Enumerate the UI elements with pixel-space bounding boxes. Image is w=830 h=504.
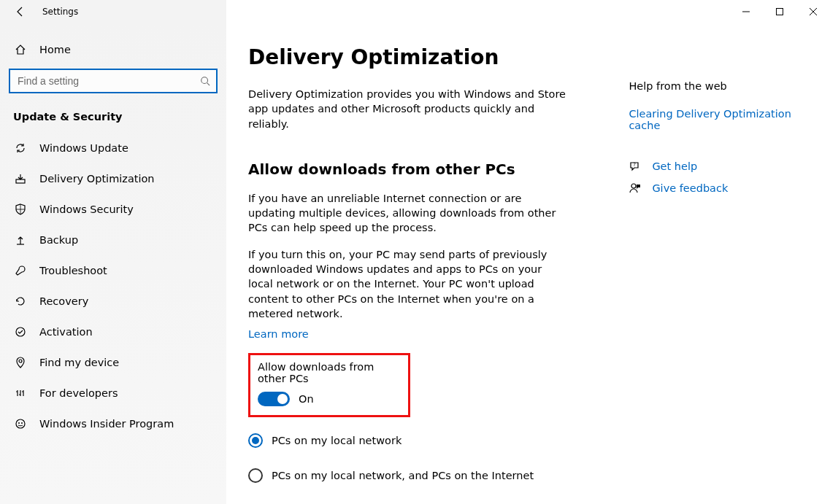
insider-icon [13, 418, 28, 430]
sidebar-item-label: For developers [39, 387, 118, 399]
developers-icon [13, 387, 28, 399]
sidebar-nav: Windows Update Delivery Optimization Win… [0, 133, 226, 439]
minimize-button[interactable] [729, 0, 763, 23]
svg-point-6 [18, 422, 20, 424]
sidebar-item-label: Recovery [39, 295, 88, 307]
sidebar-home[interactable]: Home [0, 36, 226, 63]
allow-downloads-toggle[interactable] [258, 392, 290, 406]
sidebar-item-troubleshoot[interactable]: Troubleshoot [0, 255, 226, 286]
main-content: Delivery Optimization Delivery Optimizat… [248, 38, 593, 489]
get-help-label: Get help [652, 160, 697, 172]
svg-point-1 [201, 77, 208, 84]
radio-icon [248, 468, 263, 483]
search-icon [200, 76, 210, 86]
window-title: Settings [42, 7, 78, 17]
sidebar-item-label: Delivery Optimization [39, 173, 155, 185]
page-title: Delivery Optimization [248, 45, 593, 69]
sidebar-section-title: Update & Security [0, 106, 226, 133]
get-help-link[interactable]: ? Get help [629, 160, 815, 172]
shield-icon [13, 203, 28, 215]
refresh-icon [13, 142, 28, 154]
radio-label: PCs on my local network [272, 435, 401, 446]
sidebar-item-backup[interactable]: Backup [0, 225, 226, 255]
svg-point-4 [19, 360, 22, 363]
troubleshoot-icon [13, 265, 28, 276]
radio-local-network[interactable]: PCs on my local network [248, 433, 593, 448]
give-feedback-label: Give feedback [652, 182, 728, 194]
radio-icon [248, 433, 263, 448]
sidebar-item-label: Windows Insider Program [39, 418, 174, 430]
sidebar-item-delivery-optimization[interactable]: Delivery Optimization [0, 163, 226, 194]
sidebar-item-windows-security[interactable]: Windows Security [0, 194, 226, 225]
svg-point-9 [631, 184, 636, 188]
help-icon: ? [629, 160, 642, 172]
feedback-icon [629, 182, 642, 194]
delivery-icon [13, 173, 28, 185]
radio-label: PCs on my local network, and PCs on the … [272, 470, 534, 481]
backup-icon [13, 234, 28, 246]
window-controls [729, 0, 830, 23]
radio-local-and-internet[interactable]: PCs on my local network, and PCs on the … [248, 468, 593, 483]
toggle-label: Allow downloads from other PCs [258, 361, 401, 384]
sidebar-item-windows-update[interactable]: Windows Update [0, 133, 226, 163]
sidebar-item-windows-insider[interactable]: Windows Insider Program [0, 408, 226, 439]
sidebar-item-activation[interactable]: Activation [0, 317, 226, 347]
home-icon [13, 44, 28, 55]
intro-text: Delivery Optimization provides you with … [248, 87, 569, 131]
sidebar: Home Update & Security Windows Update De… [0, 23, 226, 504]
titlebar: Settings [0, 0, 830, 23]
sidebar-item-label: Troubleshoot [39, 265, 107, 276]
svg-point-7 [21, 422, 23, 424]
sidebar-item-recovery[interactable]: Recovery [0, 286, 226, 317]
toggle-highlight-box: Allow downloads from other PCs On [248, 353, 410, 417]
clearing-cache-link[interactable]: Clearing Delivery Optimization cache [629, 108, 815, 131]
sidebar-item-label: Windows Security [39, 203, 134, 215]
give-feedback-link[interactable]: Give feedback [629, 182, 815, 194]
sidebar-item-find-my-device[interactable]: Find my device [0, 347, 226, 378]
help-from-web-heading: Help from the web [629, 80, 815, 92]
find-device-icon [13, 357, 28, 368]
sidebar-item-label: Find my device [39, 357, 119, 368]
svg-point-3 [16, 327, 25, 336]
aside: Help from the web Clearing Delivery Opti… [629, 38, 815, 489]
search-input[interactable] [9, 69, 218, 93]
sidebar-item-label: Activation [39, 326, 93, 338]
activation-icon [13, 326, 28, 338]
learn-more-link[interactable]: Learn more [248, 328, 309, 340]
section-para1: If you have an unreliable Internet conne… [248, 191, 569, 236]
maximize-button[interactable] [763, 0, 796, 23]
section-heading: Allow downloads from other PCs [248, 160, 593, 178]
svg-point-5 [16, 419, 25, 428]
close-button[interactable] [796, 0, 830, 23]
svg-text:?: ? [634, 162, 637, 168]
recovery-icon [13, 295, 28, 307]
section-para2: If you turn this on, your PC may send pa… [248, 247, 569, 321]
sidebar-item-label: Backup [39, 234, 78, 246]
search-input-field[interactable] [16, 74, 200, 88]
back-button[interactable] [12, 3, 29, 20]
sidebar-item-for-developers[interactable]: For developers [0, 378, 226, 408]
sidebar-item-label: Windows Update [39, 142, 128, 154]
sidebar-home-label: Home [39, 44, 71, 55]
svg-rect-0 [777, 9, 783, 15]
toggle-state-text: On [299, 393, 314, 405]
